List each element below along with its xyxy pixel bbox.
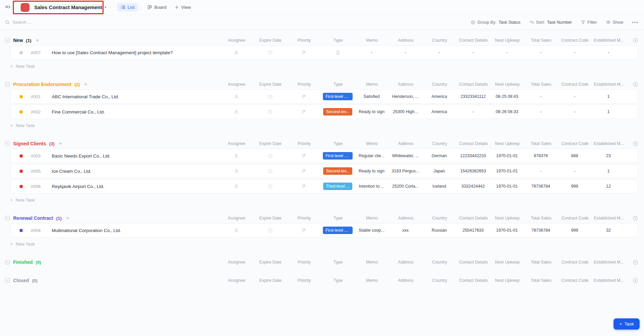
column-header-total-sales[interactable]: Total Sales <box>524 260 558 265</box>
column-header-next-upkeep[interactable]: Next Upkeep <box>490 216 524 220</box>
column-header-contact-details[interactable]: Contact Details <box>457 260 490 265</box>
type-bookmark-icon[interactable] <box>321 50 355 55</box>
column-header-contact-details[interactable]: Contact Details <box>457 82 490 87</box>
column-header-address[interactable]: Address <box>389 278 423 283</box>
column-header-priority[interactable]: Priority <box>287 141 321 146</box>
add-task-to-group-button[interactable]: + <box>59 141 62 147</box>
collapse-group-icon[interactable] <box>5 141 10 146</box>
column-header-next-upkeep[interactable]: Next Upkeep <box>490 82 524 87</box>
add-task-to-group-button[interactable]: + <box>66 215 69 221</box>
add-view-button[interactable]: View <box>171 3 194 12</box>
column-header-memo[interactable]: Memo <box>355 216 389 220</box>
status-dot[interactable] <box>20 51 23 54</box>
column-header-country[interactable]: Country <box>423 82 457 87</box>
cell-established[interactable]: - <box>592 50 625 55</box>
expire-date-icon[interactable] <box>253 228 287 233</box>
column-header-memo[interactable]: Memo <box>355 38 389 43</box>
cell-established[interactable]: 1 <box>592 169 625 173</box>
cell-country[interactable]: America <box>422 94 456 99</box>
column-header-contact-details[interactable]: Contact Details <box>457 141 490 146</box>
assignee-icon[interactable] <box>219 50 253 55</box>
type-badge[interactable]: Second-lev... <box>323 108 352 115</box>
column-header-type[interactable]: Type <box>321 278 355 283</box>
status-dot[interactable] <box>20 170 23 173</box>
column-header-contact-details[interactable]: Contact Details <box>457 38 490 43</box>
column-header-country[interactable]: Country <box>423 216 457 220</box>
cell-address[interactable]: - <box>388 50 422 55</box>
cell-memo[interactable]: Regular clie... <box>355 153 388 158</box>
table-row[interactable]: #001 ABC International Trade Co., Ltd. F… <box>10 89 638 104</box>
cell-total-sales[interactable]: 878376 <box>524 153 558 158</box>
cell-next-upkeep[interactable]: 1970-01-01 <box>490 184 524 189</box>
column-header-expire-date[interactable]: Expire Date <box>253 38 287 43</box>
cell-established[interactable]: 1 <box>592 109 625 114</box>
sort-control[interactable]: Sort: Task Number <box>529 20 572 25</box>
status-dot[interactable] <box>20 154 23 158</box>
column-header-next-upkeep[interactable]: Next Upkeep <box>490 141 524 146</box>
column-header-country[interactable]: Country <box>423 260 457 265</box>
new-task-button[interactable]: + New Task <box>10 238 58 250</box>
column-header-expire-date[interactable]: Expire Date <box>253 260 287 265</box>
search-input[interactable] <box>13 20 114 25</box>
column-header-address[interactable]: Address <box>389 38 423 43</box>
task-title[interactable]: Multinational Corporation Co., Ltd. <box>52 228 121 233</box>
cell-contract-code[interactable]: - <box>558 94 592 99</box>
assignee-icon[interactable] <box>219 109 253 114</box>
add-task-to-group-button[interactable]: + <box>84 81 87 87</box>
cell-address[interactable]: Whitewater, ... <box>388 153 422 158</box>
column-header-contract-code[interactable]: Contract Code <box>558 278 592 283</box>
cell-established[interactable]: 12 <box>592 184 625 189</box>
add-column-button[interactable] <box>626 278 638 283</box>
group-by-control[interactable]: Group By: Task Status <box>471 20 520 25</box>
search-box[interactable] <box>5 20 471 25</box>
column-header-established[interactable]: Established M... <box>592 278 626 283</box>
cell-contract-code[interactable]: - <box>558 50 592 55</box>
collapse-group-icon[interactable] <box>5 278 10 283</box>
column-header-priority[interactable]: Priority <box>287 260 321 265</box>
cell-next-upkeep[interactable]: 08-25 08:43 <box>490 94 524 99</box>
cell-memo[interactable]: Intention to ... <box>355 184 388 189</box>
column-header-contact-details[interactable]: Contact Details <box>457 216 490 220</box>
column-header-address[interactable]: Address <box>389 216 423 220</box>
add-column-button[interactable] <box>626 141 638 146</box>
cell-address[interactable]: xxx <box>388 228 422 233</box>
status-dot[interactable] <box>20 95 23 98</box>
column-header-country[interactable]: Country <box>423 38 457 43</box>
cell-total-sales[interactable]: 76736784 <box>524 184 558 189</box>
cell-contact-details[interactable]: 23323341112 <box>456 94 490 99</box>
task-title[interactable]: ABC International Trade Co., Ltd. <box>52 94 119 99</box>
priority-flag-icon[interactable] <box>287 169 321 174</box>
column-header-address[interactable]: Address <box>389 141 423 146</box>
assignee-icon[interactable] <box>219 228 253 233</box>
task-title[interactable]: How to use [Sales Contract Management] p… <box>52 50 173 55</box>
expire-date-icon[interactable] <box>253 153 287 159</box>
filter-control[interactable]: Filter <box>581 20 597 25</box>
cell-contract-code[interactable]: 888 <box>558 153 592 158</box>
table-row[interactable]: #007 How to use [Sales Contract Manageme… <box>10 45 638 60</box>
column-header-next-upkeep[interactable]: Next Upkeep <box>490 260 524 265</box>
expire-date-icon[interactable] <box>253 50 287 55</box>
cell-contract-code[interactable]: 999 <box>558 228 592 233</box>
cell-established[interactable]: 1 <box>592 94 625 99</box>
type-badge[interactable]: First-level Cl... <box>323 152 353 160</box>
cell-total-sales[interactable]: - <box>524 109 558 114</box>
column-header-expire-date[interactable]: Expire Date <box>253 141 287 146</box>
column-header-assignee[interactable]: Assignee <box>220 38 253 43</box>
cell-country[interactable]: Iceland <box>422 184 456 189</box>
cell-country[interactable]: - <box>422 50 456 55</box>
priority-flag-icon[interactable] <box>287 109 321 114</box>
new-task-button[interactable]: + New Task <box>10 120 58 131</box>
cell-address[interactable]: 25200 Corla... <box>388 184 422 189</box>
column-header-next-upkeep[interactable]: Next Upkeep <box>490 38 524 43</box>
tab-board[interactable]: Board <box>144 3 170 12</box>
column-header-memo[interactable]: Memo <box>355 82 389 87</box>
table-row[interactable]: #004 Multinational Corporation Co., Ltd.… <box>10 223 638 237</box>
cell-contract-code[interactable]: - <box>558 169 592 173</box>
status-dot[interactable] <box>20 110 23 113</box>
cell-total-sales[interactable]: - <box>524 50 558 55</box>
table-row[interactable]: #003 Basic Needs Export Co., Ltd. First-… <box>10 149 638 163</box>
task-title[interactable]: Basic Needs Export Co., Ltd. <box>52 153 110 159</box>
priority-flag-icon[interactable] <box>287 94 321 99</box>
assignee-icon[interactable] <box>219 94 253 99</box>
column-header-country[interactable]: Country <box>423 141 457 146</box>
